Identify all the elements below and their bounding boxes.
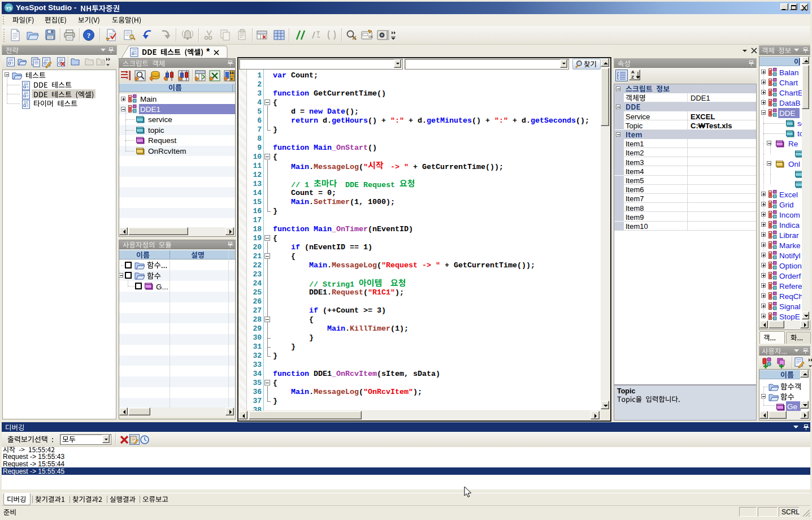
svg-text:?: ? bbox=[87, 31, 91, 40]
svg-text:YS: YS bbox=[6, 6, 12, 11]
svg-text:OK: OK bbox=[368, 35, 373, 38]
